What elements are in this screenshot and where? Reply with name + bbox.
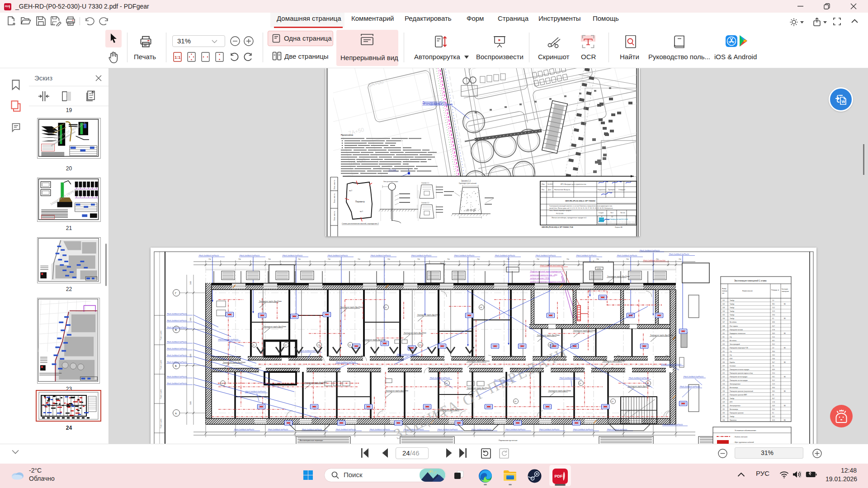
- svg-text:Р6х5.2х630х5.5хР5х10: Р6х5.2х630х5.5хР5х10: [495, 254, 515, 257]
- svg-text:Р6х5.2х630х5.5хР5х10: Р6х5.2х630х5.5хР5х10: [669, 253, 689, 255]
- svg-text:кабели заземления наружных кам: кабели заземления наружных камер: [530, 281, 563, 283]
- svg-text:53,6: 53,6: [772, 358, 775, 360]
- svg-text:Взам. инв. №: Взам. инв. №: [334, 180, 335, 189]
- svg-text:134: 134: [722, 419, 725, 421]
- svg-text:Р6х5.2х630х5.5хР5х10: Р6х5.2х630х5.5хР5х10: [438, 428, 458, 431]
- svg-text:помещения: помещения: [782, 291, 789, 292]
- svg-text:124: 124: [722, 383, 725, 385]
- svg-text:Р6х5.2х630х5.5хР5х10: Р6х5.2х630х5.5хР5х10: [663, 423, 683, 426]
- svg-text:Подп. и дата: Подп. и дата: [160, 360, 162, 370]
- svg-text:20,7: 20,7: [772, 325, 775, 327]
- svg-text:Коробка: Коробка: [730, 361, 735, 363]
- svg-text:13: 13: [647, 382, 649, 385]
- svg-text:вр.2: вр.2: [349, 190, 352, 192]
- svg-text:58,1: 58,1: [772, 376, 775, 378]
- svg-text:Категория: Категория: [782, 288, 788, 290]
- svg-text:14: 14: [349, 344, 351, 346]
- svg-text:Проверил: Проверил: [608, 189, 615, 191]
- svg-text:Тамбур: Тамбур: [730, 300, 735, 301]
- svg-text:Р6х5.2х630х5.5хР5х10: Р6х5.2х630х5.5хР5х10: [240, 254, 260, 257]
- svg-text:12: 12: [285, 344, 287, 346]
- svg-text:Р6х5.2х630х5.5хР5х10: Р6х5.2х630х5.5хР5х10: [536, 254, 556, 257]
- svg-text:Р6х5.2х630х5.5хР5х10: Р6х5.2х630х5.5хР5х10: [218, 338, 239, 341]
- svg-text:Коридорная техническая: Коридорная техническая: [730, 333, 745, 334]
- svg-text:19: 19: [514, 400, 517, 403]
- svg-text:7470: 7470: [190, 354, 192, 357]
- svg-text:Номер: Номер: [722, 288, 726, 290]
- svg-text:Перемычки пустотные: Перемычки пустотные: [499, 439, 518, 441]
- svg-text:750: 750: [566, 258, 569, 260]
- svg-text:Р6х5.2х630х5.5хР5х10: Р6х5.2х630х5.5хР5х10: [370, 428, 390, 431]
- svg-text:21,0: 21,0: [772, 372, 775, 374]
- svg-text:22,3: 22,3: [772, 419, 775, 421]
- svg-text:35,2: 35,2: [772, 380, 775, 381]
- svg-text:СИСТЕМЫ КОНТРОЛЯ: СИСТЕМЫ КОНТРОЛЯ: [605, 218, 628, 221]
- svg-text:115: 115: [722, 351, 725, 352]
- svg-text:Помещение хранения ВМП: Помещение хранения ВМП: [730, 394, 747, 396]
- svg-text:PDF: PDF: [5, 5, 9, 8]
- svg-text:128: 128: [722, 398, 725, 399]
- svg-text:ния: ния: [722, 292, 724, 294]
- svg-text:В4: В4: [784, 361, 786, 363]
- svg-text:122: 122: [722, 376, 725, 378]
- svg-text:13: 13: [318, 344, 320, 346]
- svg-text:15,2: 15,2: [772, 307, 775, 309]
- svg-text:17,8: 17,8: [772, 401, 775, 403]
- svg-text:Электрощитовая: Электрощитовая: [730, 405, 741, 407]
- svg-text:Р6х5.2х830х6.5х5.5хх10б: Р6х5.2х830х6.5х5.5хх10б: [643, 259, 666, 262]
- svg-text:Периметр: Периметр: [355, 201, 365, 203]
- svg-text:Вентикамера: Вентикамера: [730, 387, 738, 389]
- svg-text:Зона. Жилые квартиры городков: Зона. Жилые квартиры городков: [549, 210, 571, 211]
- svg-text:7470: 7470: [190, 281, 192, 285]
- svg-text:В4: В4: [784, 419, 786, 421]
- svg-text:Газоперерабатывающий комплекс: Газоперерабатывающий комплекс в составе …: [549, 205, 612, 207]
- svg-text:Р6х5.2х630х5.5хР5х10: Р6х5.2х630х5.5хР5х10: [560, 377, 580, 379]
- svg-text:Узел установки опоры: Узел установки опоры: [383, 181, 398, 183]
- svg-text:Р6х5.2х630х5.5хР5х10: Р6х5.2х630х5.5хР5х10: [167, 341, 187, 343]
- svg-text:Р6х5.2х630х5.5хР5х10: Р6х5.2х630х5.5хР5х10: [167, 319, 187, 322]
- svg-text:Помещения источные народов: Помещения источные народов: [730, 369, 749, 371]
- svg-text:Закладная труба Ду=20мм: Закладная труба Ду=20мм: [386, 389, 408, 392]
- svg-text:106: 106: [722, 318, 725, 319]
- svg-text:Р6х5.2х630х5.5хР5х10: Р6х5.2х630х5.5хР5х10: [411, 254, 432, 257]
- svg-text:PDF: PDF: [555, 474, 563, 479]
- svg-text:15: 15: [385, 306, 387, 309]
- svg-text:29,4: 29,4: [772, 314, 775, 316]
- svg-text:Р6х5.2х630х5.5хР5х10: Р6х5.2х630х5.5хР5х10: [302, 428, 322, 431]
- svg-text:7470: 7470: [190, 401, 192, 405]
- svg-text:103: 103: [722, 307, 725, 309]
- svg-text:Прокладка трех кабелей: Прокладка трех кабелей: [459, 183, 476, 184]
- svg-text:ОБЩЕСТВО С ОГРАНИЧЕННОЙ ОТВЕТС: ОБЩЕСТВО С ОГРАНИЧЕННОЙ ОТВЕТСТВЕННОСТЬЮ: [605, 221, 637, 223]
- svg-text:-0,010: -0,010: [596, 268, 601, 270]
- svg-text:Р6х5.2х630х5.5хР5х10: Р6х5.2х630х5.5хР5х10: [505, 428, 526, 431]
- svg-text:Стадия: Стадия: [599, 212, 604, 214]
- svg-text:Р6х5.2х630х5.5хР5х10: Р6х5.2х630х5.5хР5х10: [371, 254, 391, 257]
- svg-text:Тамбур: Тамбур: [730, 416, 735, 418]
- svg-text:Р6х5.2х630х5.5хР5х10: Р6х5.2х630х5.5хР5х10: [336, 428, 356, 431]
- svg-text:Взам. инв. №: Взам. инв. №: [334, 193, 335, 203]
- svg-text:127: 127: [722, 394, 725, 396]
- svg-text:750: 750: [537, 258, 539, 260]
- svg-text:Р6х5.2х630х5.5хР5х10: Р6х5.2х630х5.5хР5х10: [167, 375, 187, 378]
- svg-text:26,5: 26,5: [772, 390, 775, 392]
- svg-text:10.2023: 10.2023: [547, 183, 553, 185]
- svg-text:жилой блок. Жилые дома №4, 5,: жилой блок. Жилые дома №4, 5, 6, 11, 12,…: [549, 207, 613, 209]
- svg-text:54,9: 54,9: [772, 405, 775, 407]
- svg-text:Дата: Дата: [548, 189, 552, 191]
- svg-text:GEH-RD-(P0-52-030)-U_EP 733020: GEH-RD-(P0-52-030)-U_EP 7330202: [565, 200, 595, 202]
- svg-text:129: 129: [722, 401, 725, 403]
- svg-text:Схема расположения мачтей, огр: Схема расположения мачтей, ограждения 2: [342, 222, 379, 225]
- svg-text:Сечение 2-2: Сечение 2-2: [421, 202, 429, 204]
- svg-text:Р6х5.2х630х5.5хР5х10: Р6х5.2х630х5.5хР5х10: [684, 375, 704, 378]
- svg-text:101: 101: [722, 300, 725, 301]
- svg-text:750: 750: [298, 258, 301, 260]
- svg-text:118: 118: [722, 361, 725, 363]
- svg-text:Закладная труба Ду=20мм: Закладная труба Ду=20мм: [548, 389, 571, 392]
- svg-text:Р6х5.2х630х5.5хР5х10: Р6х5.2х630х5.5хР5х10: [617, 254, 637, 257]
- svg-text:Р6х5.2х630х5.5хР5х10: Р6х5.2х630х5.5хР5х10: [245, 390, 266, 393]
- svg-text:Закладная труба Ду=20мм: Закладная труба Ду=20мм: [607, 275, 630, 277]
- svg-text:Подп. и дата: Подп. и дата: [160, 331, 162, 340]
- svg-text:Б: Б: [175, 365, 177, 367]
- svg-text:12: 12: [612, 400, 614, 403]
- svg-text:17: 17: [446, 382, 448, 385]
